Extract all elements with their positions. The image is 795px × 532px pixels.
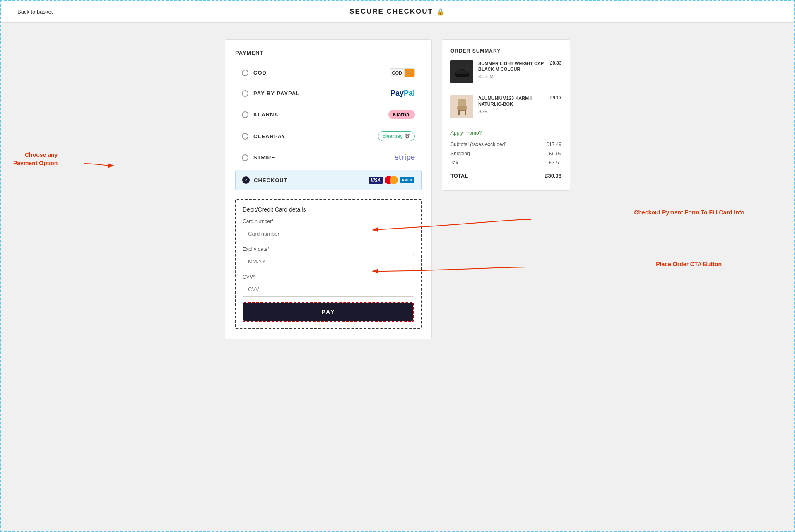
- radio-paypal[interactable]: [242, 90, 248, 97]
- svg-rect-2: [458, 99, 466, 107]
- clearpay-logo: clearpay ➰: [378, 131, 415, 141]
- svg-rect-5: [465, 110, 466, 115]
- check-icon: ✓: [242, 176, 250, 184]
- order-item-1: SUMMER LIGHT WEIGHT CAP BLACK M COLOUR £…: [450, 60, 561, 89]
- radio-stripe[interactable]: [242, 154, 248, 161]
- expiry-label: Expiry date*: [243, 246, 414, 252]
- svg-rect-1: [465, 69, 468, 71]
- shipping-value: £9.99: [549, 151, 561, 156]
- payment-title: PAYMENT: [235, 50, 422, 56]
- klarna-logo: Klarna.: [388, 110, 415, 119]
- page-header: Back to basket SECURE CHECKOUT 🔒: [1, 1, 794, 23]
- item-name-1: SUMMER LIGHT WEIGHT CAP BLACK M COLOUR: [478, 60, 547, 72]
- order-summary-title: ORDER SUMMARY: [450, 48, 561, 54]
- payment-option-klarna[interactable]: KLARNA Klarna.: [235, 104, 422, 125]
- tax-label: Tax: [450, 160, 458, 166]
- total-value: £30.98: [545, 173, 561, 179]
- expiry-group: Expiry date*: [243, 246, 414, 269]
- label-stripe: STRIPE: [253, 154, 275, 161]
- radio-cod[interactable]: [242, 70, 248, 76]
- label-clearpay: CLEARPAY: [253, 133, 285, 140]
- item-thumb-chair: [450, 95, 473, 118]
- title-text: SECURE CHECKOUT: [349, 7, 433, 16]
- shipping-row: Shipping £9.99: [450, 151, 561, 156]
- label-checkout: CHECKOUT: [254, 177, 288, 183]
- order-item-2: ALUMUNIUM123 KARM-I-NATURLIG-BOK £9.17 S…: [450, 95, 561, 124]
- amex-badge: AMEX: [400, 177, 414, 183]
- label-paypal: PAY BY PAYPAL: [253, 90, 300, 96]
- svg-rect-3: [457, 106, 467, 110]
- svg-rect-4: [458, 110, 460, 115]
- total-label: TOTAL: [450, 173, 468, 179]
- order-summary-panel: ORDER SUMMARY SUMMER LIGHT WEIGHT CAP BL…: [442, 39, 570, 191]
- item-thumb-cap: [450, 60, 473, 83]
- card-logos: VISA AMEX: [369, 176, 414, 184]
- payment-option-paypal[interactable]: PAY BY PAYPAL PayPal: [235, 83, 422, 104]
- payment-option-checkout[interactable]: ✓ CHECKOUT VISA AMEX: [235, 170, 422, 190]
- card-number-label: Card number*: [243, 219, 414, 224]
- paypal-logo: PayPal: [390, 89, 415, 98]
- expiry-input[interactable]: [243, 254, 414, 269]
- cod-logo: COD 🛒: [390, 68, 415, 77]
- item-price-2: £9.17: [550, 95, 561, 107]
- subtotal-value: £17.49: [546, 142, 561, 147]
- mastercard-badge: [385, 176, 398, 184]
- item-size-2: Size:: [478, 109, 561, 114]
- annotation-btn: Place Order CTA Button: [656, 261, 722, 267]
- visa-badge: VISA: [369, 177, 383, 184]
- pay-button-wrapper: PAY: [243, 302, 414, 322]
- card-number-input[interactable]: [243, 226, 414, 241]
- back-to-basket-link[interactable]: Back to basket: [17, 9, 53, 15]
- radio-clearpay[interactable]: [242, 133, 248, 140]
- lock-icon: 🔒: [436, 8, 446, 16]
- item-name-2: ALUMUNIUM123 KARM-I-NATURLIG-BOK: [478, 95, 547, 107]
- label-cod: COD: [253, 70, 267, 76]
- total-row: TOTAL £30.98: [450, 169, 561, 179]
- cvv-group: CVV*: [243, 274, 414, 297]
- payment-option-cod[interactable]: COD COD 🛒: [235, 63, 422, 83]
- card-form-title: Debit/Credit Card details: [243, 206, 414, 213]
- item-price-1: £8.33: [550, 60, 561, 72]
- item-size-1: Size: M: [478, 74, 561, 79]
- tax-row: Tax £3.50: [450, 160, 561, 166]
- pay-button[interactable]: PAY: [243, 303, 413, 321]
- subtotal-label: Subtotal (taxes excluded): [450, 142, 506, 147]
- annotation-form: Checkout Pyment Form To Fill Card Info: [634, 209, 744, 216]
- tax-value: £3.50: [549, 160, 561, 166]
- shipping-label: Shipping: [450, 151, 470, 156]
- cvv-input[interactable]: [243, 282, 414, 297]
- apply-promo-link[interactable]: Apply Promo?: [450, 130, 561, 136]
- payment-option-clearpay[interactable]: CLEARPAY clearpay ➰: [235, 125, 422, 147]
- annotation-left: Choose anyPayment Option: [13, 151, 58, 167]
- svg-rect-6: [460, 110, 465, 111]
- main-content: PAYMENT COD COD 🛒 PAY BY PAYPAL: [170, 23, 625, 356]
- label-klarna: KLARNA: [253, 111, 279, 118]
- cvv-label: CVV*: [243, 274, 414, 280]
- card-form-section: Debit/Credit Card details Card number* E…: [235, 199, 422, 329]
- card-number-group: Card number*: [243, 219, 414, 241]
- radio-klarna[interactable]: [242, 111, 248, 118]
- payment-panel: PAYMENT COD COD 🛒 PAY BY PAYPAL: [225, 39, 432, 339]
- page-title: SECURE CHECKOUT 🔒: [349, 7, 446, 16]
- stripe-logo: stripe: [395, 153, 415, 162]
- subtotal-row: Subtotal (taxes excluded) £17.49: [450, 142, 561, 147]
- payment-option-stripe[interactable]: STRIPE stripe: [235, 147, 422, 168]
